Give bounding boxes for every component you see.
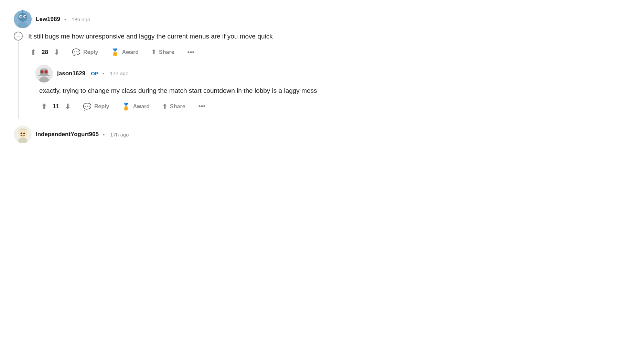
thread-line-lew1989: − [14,32,23,119]
username-independentyogurt965[interactable]: IndependentYogurt965 [36,131,99,138]
share-icon-jason: ⬆ [162,103,167,110]
svg-point-4 [20,16,22,18]
comment-header-independentyogurt965: IndependentYogurt965 • 17h ago [14,125,630,143]
downvote-button-lew1989[interactable]: ⬇ [52,47,62,57]
collapse-button-lew1989[interactable]: − [14,32,23,41]
vote-count-lew1989: 28 [42,49,48,56]
avatar-jason1629 [35,65,53,82]
username-lew1989[interactable]: Lew1989 [36,16,60,23]
vote-group-jason1629: ⬆ 11 ⬇ [39,102,73,111]
svg-point-12 [41,70,43,73]
more-button-lew1989[interactable]: ••• [185,47,197,58]
timestamp-independentyogurt965: 17h ago [110,132,129,138]
timestamp-jason1629: 17h ago [110,70,128,76]
reply-button-lew1989[interactable]: 💬 Reply [70,47,100,57]
reply-text-jason1629: exactly, trying to change my class durin… [39,86,630,96]
avatar-independentyogurt965 [14,125,32,143]
reply-content-jason1629: exactly, trying to change my class durin… [35,86,630,119]
vote-count-jason1629: 11 [53,103,59,110]
svg-point-24 [21,133,22,134]
svg-point-13 [45,70,47,73]
comment-text-lew1989: It still bugs me how unresponsive and la… [28,32,630,42]
upvote-button-lew1989[interactable]: ⬆ [28,47,38,57]
reply-header-jason1629: jason1629 OP • 17h ago [35,65,630,82]
comment-independentyogurt965: IndependentYogurt965 • 17h ago [14,125,630,147]
reply-icon: 💬 [72,49,80,56]
vote-group-lew1989: ⬆ 28 ⬇ [28,47,62,57]
downvote-icon-jason: ⬇ [65,103,71,110]
comment-lew1989: Lew1989 • 18h ago − It still bugs me how… [14,10,630,119]
svg-rect-23 [21,128,25,131]
action-bar-jason1629: ⬆ 11 ⬇ 💬 Reply [39,101,630,112]
comment-content-lew1989: It still bugs me how unresponsive and la… [25,32,630,119]
share-icon: ⬆ [151,49,156,55]
timestamp-lew1989: 18h ago [72,16,90,22]
share-button-lew1989[interactable]: ⬆ Share [149,48,176,57]
downvote-button-jason1629[interactable]: ⬇ [63,102,73,111]
svg-point-25 [23,133,25,134]
award-icon-jason: 🏅 [122,103,130,110]
reply-icon-jason: 💬 [83,103,92,110]
reply-body-jason1629: exactly, trying to change my class durin… [35,86,630,119]
action-bar-lew1989: ⬆ 28 ⬇ 💬 Reply 🏅 Award [28,47,630,58]
svg-rect-19 [47,75,50,76]
upvote-icon-jason: ⬆ [41,103,47,110]
more-button-jason1629[interactable]: ••• [196,101,208,112]
avatar-lew1989 [14,10,32,28]
comment-body-lew1989: − It still bugs me how unresponsive and … [14,32,630,119]
op-badge-jason1629: OP [91,70,98,76]
svg-point-5 [24,16,26,18]
upvote-icon: ⬆ [30,49,36,56]
upvote-button-jason1629[interactable]: ⬆ [39,102,49,111]
share-button-jason1629[interactable]: ⬆ Share [160,102,187,111]
thread-line [18,42,19,119]
reply-jason1629: jason1629 OP • 17h ago exactly, trying t… [35,65,630,119]
downvote-icon: ⬇ [54,49,60,56]
award-icon: 🏅 [111,49,119,56]
svg-point-7 [22,10,23,12]
svg-rect-18 [38,75,41,76]
award-button-jason1629[interactable]: 🏅 Award [120,102,152,111]
replies-lew1989: jason1629 OP • 17h ago exactly, trying t… [35,65,630,119]
comment-header-lew1989: Lew1989 • 18h ago [14,10,630,28]
comment-thread: Lew1989 • 18h ago − It still bugs me how… [14,10,630,147]
reply-button-jason1629[interactable]: 💬 Reply [81,102,111,111]
username-jason1629[interactable]: jason1629 [57,70,85,77]
award-button-lew1989[interactable]: 🏅 Award [109,47,141,57]
